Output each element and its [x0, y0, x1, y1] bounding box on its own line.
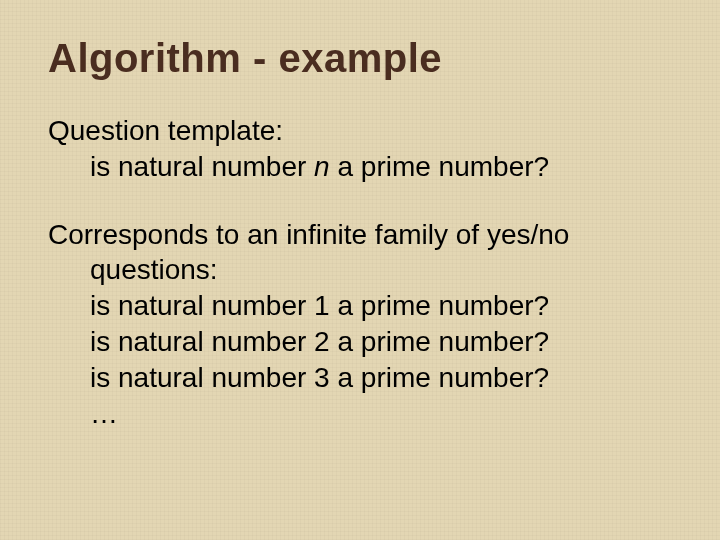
qt-variable-n: n — [314, 151, 330, 182]
family-q3: is natural number 3 a prime number? — [90, 360, 680, 396]
slide-body: Question template: is natural number n a… — [48, 113, 680, 432]
qt-pre: is natural number — [90, 151, 314, 182]
slide-title: Algorithm - example — [48, 36, 680, 81]
qt-post: a prime number? — [330, 151, 549, 182]
family-q1: is natural number 1 a prime number? — [90, 288, 680, 324]
paragraph-question-template: Question template: is natural number n a… — [48, 113, 680, 185]
family-ellipsis: … — [90, 396, 680, 432]
question-template-lead: Question template: — [48, 115, 283, 146]
family-lead-1: Corresponds to an infinite family of yes… — [48, 219, 569, 250]
family-q2: is natural number 2 a prime number? — [90, 324, 680, 360]
paragraph-family: Corresponds to an infinite family of yes… — [48, 217, 680, 432]
question-template-line: is natural number n a prime number? — [90, 149, 680, 185]
family-lead-2: questions: — [90, 252, 680, 288]
slide: Algorithm - example Question template: i… — [0, 0, 720, 540]
